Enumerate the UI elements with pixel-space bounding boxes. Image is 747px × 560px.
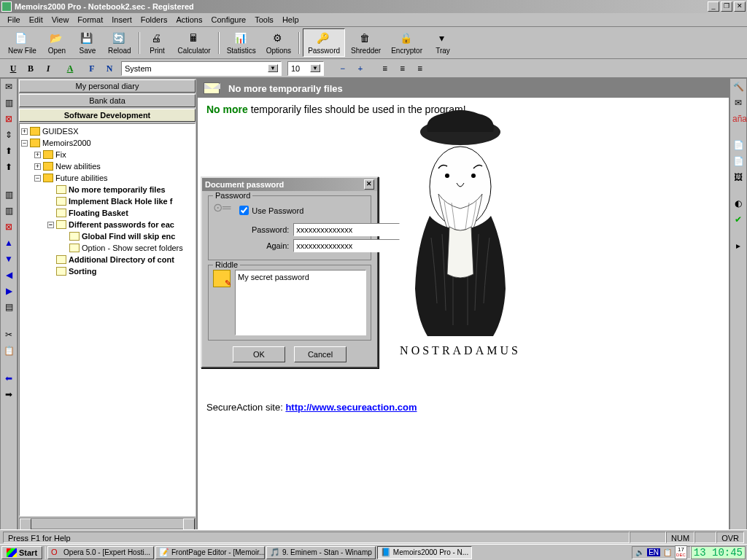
menu-format[interactable]: Format bbox=[73, 14, 107, 26]
collapse-icon[interactable]: − bbox=[34, 175, 41, 182]
increase-button[interactable]: + bbox=[352, 61, 368, 76]
menu-edit[interactable]: Edit bbox=[25, 14, 47, 26]
minimize-button[interactable]: _ bbox=[708, 1, 719, 12]
tool-icon[interactable]: ✔ bbox=[732, 214, 744, 226]
horizontal-scrollbar[interactable] bbox=[19, 518, 196, 529]
tree-item[interactable]: New abilities bbox=[55, 162, 101, 171]
password-again-input[interactable] bbox=[293, 239, 400, 252]
tray-button[interactable]: ▾Tray bbox=[428, 29, 457, 56]
system-tray[interactable]: 🔊 EN 📋 17DEC bbox=[632, 546, 691, 559]
encryptor-button[interactable]: 🔒Encryptor bbox=[387, 29, 427, 56]
tool-icon[interactable]: ➡ bbox=[3, 389, 15, 401]
tree-item[interactable]: Sorting bbox=[69, 267, 97, 276]
menu-actions[interactable]: Actions bbox=[171, 14, 206, 26]
menu-view[interactable]: View bbox=[47, 14, 74, 26]
language-indicator[interactable]: EN bbox=[647, 548, 660, 556]
statistics-button[interactable]: 📊Statistics bbox=[222, 29, 260, 56]
tab-personal-diary[interactable]: My personal diary bbox=[19, 79, 196, 93]
options-button[interactable]: ⚙Options bbox=[262, 29, 295, 56]
collapse-icon[interactable]: − bbox=[21, 140, 28, 147]
task-frontpage[interactable]: 📝FrontPage Editor - [Memoir... bbox=[155, 546, 265, 559]
dialog-title-bar[interactable]: Document password ✕ bbox=[202, 178, 377, 191]
secureaction-link[interactable]: http://www.secureaction.com bbox=[285, 402, 417, 413]
tray-icon[interactable]: 📋 bbox=[663, 548, 672, 556]
tool-icon[interactable]: ▥ bbox=[3, 206, 15, 217]
bold-button[interactable]: B bbox=[23, 61, 39, 76]
tool-icon[interactable]: ▥ bbox=[3, 190, 15, 201]
italic-button[interactable]: I bbox=[40, 61, 56, 76]
tree-item[interactable]: Additional Directory of cont bbox=[69, 255, 174, 264]
size-select[interactable]: 10▼ bbox=[287, 61, 324, 76]
tool-icon[interactable]: 🖼 bbox=[732, 172, 744, 184]
tool-icon[interactable]: ▤ bbox=[3, 302, 15, 314]
tree-item[interactable]: Floating Basket bbox=[69, 209, 128, 217]
new-file-button[interactable]: 📄New File bbox=[4, 29, 41, 56]
tree-item[interactable]: Fix bbox=[55, 150, 66, 159]
print-button[interactable]: 🖨Print bbox=[143, 29, 172, 56]
tree-item[interactable]: Global Find will skip enc bbox=[82, 232, 175, 241]
tree-item[interactable]: Different passwords for eac bbox=[69, 220, 174, 229]
menu-file[interactable]: File bbox=[3, 14, 25, 26]
tool-icon[interactable]: ◐ bbox=[732, 198, 744, 210]
dialog-close-button[interactable]: ✕ bbox=[364, 179, 374, 190]
tree-item[interactable]: Implement Black Hole like f bbox=[69, 197, 172, 206]
date-indicator[interactable]: 17DEC bbox=[675, 545, 687, 559]
f-button[interactable]: F bbox=[84, 61, 100, 76]
tool-icon[interactable]: ⇕ bbox=[3, 130, 15, 141]
task-memoirs[interactable]: 📘Memoirs2000 Pro - N... bbox=[377, 546, 472, 559]
tree-item[interactable]: No more temporarily files bbox=[69, 185, 166, 194]
tool-icon[interactable]: ⊠ bbox=[3, 222, 15, 233]
tree-item[interactable]: Option - Show secret folders bbox=[82, 244, 183, 252]
tray-icon[interactable]: 🔊 bbox=[635, 548, 644, 556]
save-button[interactable]: 💾Save bbox=[73, 29, 102, 56]
decrease-button[interactable]: − bbox=[335, 61, 351, 76]
expand-icon[interactable]: + bbox=[34, 152, 41, 158]
ok-button[interactable]: OK bbox=[233, 346, 285, 362]
align-right-button[interactable]: ≡ bbox=[412, 61, 428, 76]
tool-icon[interactable]: 📋 bbox=[3, 346, 15, 357]
tree-view[interactable]: +GUIDESX −Memoirs2000 +Fix +New abilitie… bbox=[19, 123, 196, 516]
task-opera[interactable]: OOpera 5.0 - [Expert Hosti... bbox=[47, 546, 154, 559]
menu-folders[interactable]: Folders bbox=[136, 14, 172, 26]
password-button[interactable]: 🔑Password bbox=[303, 28, 345, 57]
expand-icon[interactable]: + bbox=[34, 163, 41, 170]
shredder-button[interactable]: 🗑Shredder bbox=[347, 29, 385, 56]
tool-icon[interactable]: aña bbox=[732, 114, 744, 125]
tool-icon[interactable]: ▸ bbox=[732, 241, 744, 252]
expand-icon[interactable]: + bbox=[21, 128, 28, 135]
tab-bank-data[interactable]: Bank data bbox=[19, 94, 196, 107]
cancel-button[interactable]: Cancel bbox=[294, 346, 347, 362]
task-winamp[interactable]: 🎵9. Eminem - Stan - Winamp bbox=[266, 546, 376, 559]
tool-icon[interactable]: ▼ bbox=[3, 254, 15, 265]
riddle-textarea[interactable]: My secret password bbox=[235, 270, 366, 335]
tab-software-development[interactable]: Software Development bbox=[19, 109, 196, 122]
tool-icon[interactable]: ⬆ bbox=[3, 162, 15, 174]
tree-item[interactable]: Future abilities bbox=[55, 174, 108, 182]
tool-icon[interactable]: ▲ bbox=[3, 238, 15, 249]
tool-icon[interactable]: 📄 bbox=[732, 156, 744, 168]
menu-help[interactable]: Help bbox=[278, 14, 303, 26]
tool-icon[interactable]: ⊠ bbox=[3, 114, 15, 125]
tool-icon[interactable]: ▥ bbox=[3, 98, 15, 109]
underline-button[interactable]: U bbox=[5, 61, 21, 76]
tool-icon[interactable]: ✉ bbox=[3, 82, 15, 93]
font-select[interactable]: System▼ bbox=[121, 61, 282, 76]
calculator-button[interactable]: 🖩Calculator bbox=[174, 29, 215, 56]
menu-tools[interactable]: Tools bbox=[250, 14, 278, 26]
tool-icon[interactable]: ▶ bbox=[3, 286, 15, 298]
menu-configure[interactable]: Configure bbox=[206, 14, 250, 26]
tool-icon[interactable]: ⬆ bbox=[3, 146, 15, 158]
tool-icon[interactable]: 📄 bbox=[732, 140, 744, 152]
n-button[interactable]: N bbox=[101, 61, 117, 76]
font-color-button[interactable]: A bbox=[62, 61, 78, 76]
tool-icon[interactable]: 🔨 bbox=[732, 82, 744, 93]
start-button[interactable]: Start bbox=[1, 546, 42, 559]
tool-icon[interactable]: ✂ bbox=[3, 330, 15, 341]
use-password-checkbox[interactable] bbox=[239, 206, 249, 215]
clock[interactable]: 13 10:45 bbox=[691, 546, 746, 559]
menu-insert[interactable]: Insert bbox=[107, 14, 136, 26]
align-left-button[interactable]: ≡ bbox=[377, 61, 393, 76]
password-input[interactable] bbox=[293, 223, 400, 236]
tree-item[interactable]: Memoirs2000 bbox=[42, 139, 91, 147]
close-button[interactable]: ✕ bbox=[734, 1, 746, 12]
